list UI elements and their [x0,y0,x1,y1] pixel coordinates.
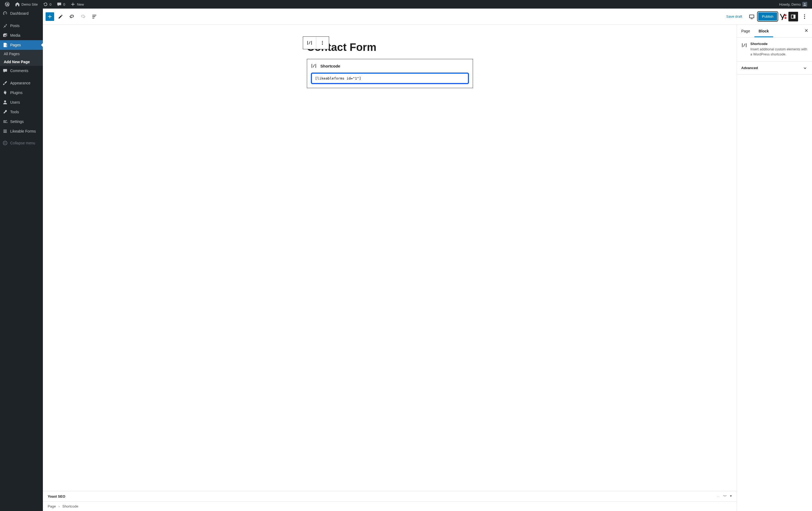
editor-header: Save draft Publish [43,8,812,25]
breadcrumb-current: Shortcode [62,504,78,508]
undo-button[interactable] [67,12,77,22]
editor-canvas[interactable]: Contact Form Shortcode [301,25,478,110]
panel-up-button[interactable]: ︿ [717,494,720,499]
account-link[interactable]: Howdy, Demo [776,0,810,8]
settings-sidebar: Page Block Shortcode Insert additional c… [737,25,812,511]
media-icon [3,33,7,38]
block-type-button[interactable] [303,37,316,49]
shortcode-block-label: Shortcode [320,64,340,68]
yoast-icon [779,12,787,21]
collapse-menu[interactable]: Collapse menu [0,138,43,148]
svg-rect-8 [793,15,795,18]
svg-rect-4 [750,15,754,18]
block-inserter-button[interactable] [46,12,54,21]
comments-link[interactable]: 0 [54,0,68,8]
comment-icon [57,2,62,7]
collapse-icon [3,141,7,145]
list-icon [3,129,7,133]
svg-point-0 [804,3,805,4]
document-overview-button[interactable] [89,12,99,22]
menu-comments[interactable]: Comments [0,66,43,76]
block-toolbar [303,36,329,49]
more-vertical-icon [319,40,325,46]
wordpress-icon [5,2,10,7]
comments-icon [3,68,7,73]
chevron-down-icon [802,65,808,71]
shortcode-input[interactable] [313,74,467,83]
updates-count: 0 [50,2,52,6]
svg-rect-1 [4,43,6,47]
avatar-icon [802,2,807,7]
close-icon [804,28,809,33]
preview-button[interactable] [747,12,756,22]
submenu-add-new-page[interactable]: Add New Page [0,58,43,66]
pencil-icon [58,14,63,20]
svg-point-12 [322,41,323,42]
advanced-panel-toggle[interactable]: Advanced [737,62,812,75]
site-name: Demo Site [22,2,38,6]
svg-point-13 [322,42,323,43]
redo-button[interactable] [78,12,88,22]
new-label: New [77,2,84,6]
updates-link[interactable]: 0 [40,0,54,8]
new-content-link[interactable]: New [68,0,87,8]
menu-posts[interactable]: Posts [0,21,43,31]
tab-page[interactable]: Page [737,25,754,37]
publish-button[interactable]: Publish [758,12,777,21]
svg-point-9 [804,14,805,15]
tab-block[interactable]: Block [754,25,773,37]
user-icon [3,100,7,105]
panel-down-button[interactable]: ﹀ [723,494,727,499]
brush-icon [3,81,7,85]
yoast-indicator[interactable] [779,12,787,21]
wp-logo[interactable] [2,0,12,8]
yoast-seo-label: Yoast SEO [48,494,65,499]
svg-point-14 [322,44,323,45]
menu-settings[interactable]: Settings [0,117,43,126]
undo-icon [69,14,75,20]
plug-icon [3,90,7,95]
panel-toggle-button[interactable]: ▾ [730,494,732,499]
svg-point-2 [4,100,6,102]
plus-icon [47,14,53,20]
sliders-icon [3,119,7,124]
menu-likeable-forms[interactable]: Likeable Forms [0,126,43,136]
tools-button[interactable] [56,12,65,22]
menu-appearance[interactable]: Appearance [0,78,43,88]
outline-icon [91,14,97,20]
close-settings-button[interactable] [801,25,812,37]
comments-count: 0 [63,2,65,6]
redo-icon [80,14,86,20]
block-breadcrumb: Page › Shortcode [43,501,737,511]
editor: Save draft Publish [43,8,812,511]
svg-point-10 [804,16,805,17]
submenu-all-pages[interactable]: All Pages [0,50,43,58]
save-draft-button[interactable]: Save draft [723,12,745,21]
shortcode-block[interactable]: Shortcode [307,59,473,88]
admin-bar: Demo Site 0 0 New Howdy, Demo [0,0,812,8]
post-title[interactable]: Contact Form [307,41,473,54]
yoast-seo-panel[interactable]: Yoast SEO ︿ ﹀ ▾ [43,491,737,501]
block-options-button[interactable] [316,37,329,49]
menu-pages[interactable]: Pages [0,40,43,50]
settings-toggle-button[interactable] [788,12,798,22]
options-button[interactable] [800,12,809,22]
shortcode-icon [307,40,313,46]
menu-tools[interactable]: Tools [0,107,43,117]
more-vertical-icon [802,14,807,20]
admin-menu: Dashboard Posts Media Pages All Pages Ad… [0,8,43,511]
svg-point-6 [784,17,787,19]
menu-plugins[interactable]: Plugins [0,88,43,97]
pin-icon [3,23,7,28]
menu-users[interactable]: Users [0,97,43,107]
svg-point-3 [3,141,7,145]
menu-media[interactable]: Media [0,31,43,40]
block-info-description: Insert additional custom elements with a… [750,47,808,57]
shortcode-icon [741,42,747,48]
breadcrumb-root[interactable]: Page [48,504,56,508]
home-icon [15,2,20,7]
site-name-link[interactable]: Demo Site [12,0,40,8]
block-info: Shortcode Insert additional custom eleme… [737,37,812,62]
menu-dashboard[interactable]: Dashboard [0,8,43,18]
dashboard-icon [3,11,7,16]
